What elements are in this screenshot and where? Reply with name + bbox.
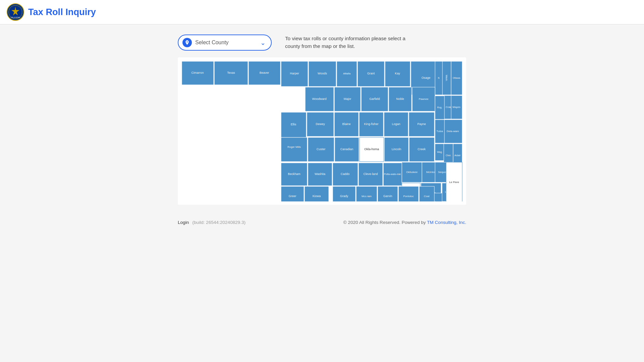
login-link[interactable]: Login: [178, 220, 189, 225]
county-kiowa[interactable]: [305, 186, 329, 201]
county-greer[interactable]: [281, 186, 304, 201]
county-ottawa[interactable]: [451, 61, 462, 95]
county-roger-mills[interactable]: [281, 137, 307, 162]
select-county-label: Select County: [195, 40, 260, 46]
county-dewey[interactable]: [307, 112, 334, 136]
county-delaware[interactable]: [444, 120, 462, 143]
county-select[interactable]: Select County ⌄: [178, 35, 272, 51]
county-blaine[interactable]: [334, 112, 359, 136]
county-custer[interactable]: [308, 137, 334, 162]
footer-right: © 2020 All Rights Reserved. Powered by T…: [343, 220, 466, 225]
county-cleveland[interactable]: [359, 163, 383, 186]
footer: Login (build: 26544:20240829.3) © 2020 A…: [171, 215, 473, 230]
county-mcclain[interactable]: [356, 186, 377, 201]
county-grant[interactable]: [358, 61, 384, 86]
county-payne[interactable]: [409, 112, 434, 136]
copyright-text: © 2020 All Rights Reserved. Powered by: [343, 220, 427, 225]
footer-left: Login (build: 26544:20240829.3): [178, 220, 246, 225]
county-pawnee[interactable]: [412, 87, 435, 111]
county-harper[interactable]: [281, 61, 308, 86]
county-oklahoma[interactable]: [360, 137, 384, 162]
county-beaver[interactable]: [249, 61, 280, 85]
county-kay[interactable]: [385, 61, 410, 86]
main-content: Select County ⌄ To view tax rolls or cou…: [171, 24, 473, 215]
county-pontotoc[interactable]: [398, 186, 419, 201]
info-text: To view tax rolls or county information …: [285, 35, 413, 50]
company-link[interactable]: TM Consulting, Inc.: [427, 220, 466, 225]
county-caddo[interactable]: [333, 163, 358, 186]
header-logo: OKLAHOMA: [7, 3, 24, 21]
county-major[interactable]: [334, 87, 361, 111]
county-washita[interactable]: [308, 163, 332, 186]
selector-row: Select County ⌄ To view tax rolls or cou…: [178, 35, 466, 51]
county-garfield[interactable]: [361, 87, 388, 111]
county-noble[interactable]: [389, 87, 412, 111]
county-okfuskee[interactable]: [402, 162, 422, 182]
location-icon: [182, 38, 192, 47]
county-logan[interactable]: [384, 112, 408, 136]
county-texas[interactable]: [214, 61, 248, 85]
oklahoma-map: Cimarron Texas Beaver Harper Woods Alfal…: [181, 61, 463, 201]
county-garvin[interactable]: [378, 186, 398, 201]
county-rogers[interactable]: [435, 96, 444, 119]
county-creek[interactable]: [409, 137, 434, 162]
county-coal[interactable]: [419, 186, 434, 201]
county-beckham[interactable]: [281, 163, 307, 186]
county-tulsa[interactable]: [435, 120, 444, 143]
county-grady[interactable]: [333, 186, 356, 201]
county-kingfisher[interactable]: [359, 112, 383, 136]
county-ellis[interactable]: [281, 112, 306, 137]
svg-text:OKLAHOMA: OKLAHOMA: [11, 16, 20, 18]
header: OKLAHOMA Tax Roll Inquiry: [0, 0, 644, 24]
chevron-down-icon: ⌄: [260, 39, 266, 47]
county-alfalfa[interactable]: [337, 61, 357, 86]
county-woodward[interactable]: [305, 87, 334, 111]
county-wagoner[interactable]: [435, 144, 444, 161]
county-le-flore[interactable]: [446, 162, 462, 201]
county-nowata[interactable]: [435, 61, 442, 95]
county-pottawatomie[interactable]: [383, 163, 402, 186]
county-woods[interactable]: [309, 61, 336, 86]
county-canadian[interactable]: [335, 137, 359, 162]
build-info: (build: 26544:20240829.3): [192, 220, 246, 225]
county-mayes[interactable]: [451, 96, 462, 119]
map-container: Cimarron Texas Beaver Harper Woods Alfal…: [178, 57, 466, 205]
header-title: Tax Roll Inquiry: [28, 7, 96, 17]
county-washington[interactable]: [442, 61, 451, 95]
county-cimarron[interactable]: [182, 61, 214, 85]
county-lincoln[interactable]: [384, 137, 409, 162]
